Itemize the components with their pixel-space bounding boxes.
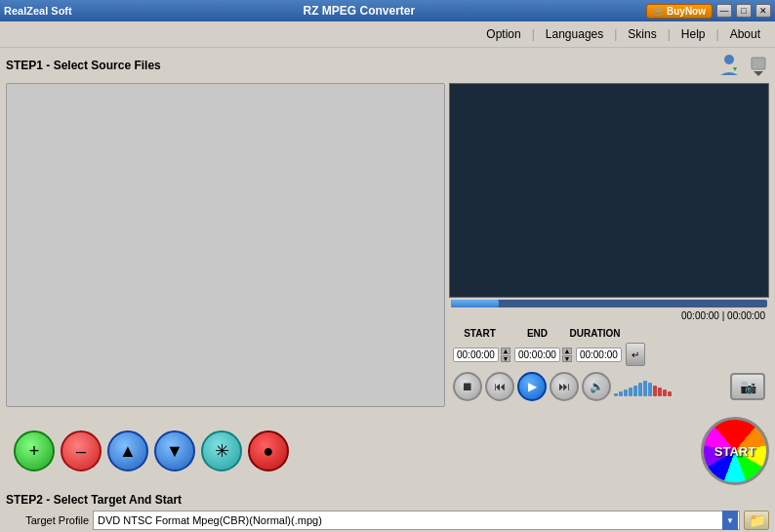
audio-button[interactable]: 🔊 [582,372,611,401]
move-up-button[interactable]: ▲ [107,430,148,471]
step2-area: STEP2 - Select Target And Start Target P… [0,489,775,532]
content-area: 00:00:00 | 00:00:00 START END DURATION 0… [0,83,775,413]
vol-bar-10 [663,389,667,396]
preview-progress-fill [451,300,499,307]
start-time-down[interactable]: ▼ [501,355,510,362]
dropdown-arrow-icon[interactable] [748,52,769,79]
end-time-input[interactable]: 00:00:00 [514,348,560,362]
start-label: START [453,328,507,339]
stop-button[interactable]: ⏹ [453,372,482,401]
title-bar: RealZeal Soft RZ MPEG Converter 🛒 BuyNow… [0,0,775,21]
time-inputs-row: 00:00:00 ▲ ▼ 00:00:00 ▲ ▼ [453,343,765,366]
end-time-down[interactable]: ▼ [562,355,572,362]
preview-progress-bar[interactable] [451,300,767,307]
start-time-arrows: ▲ ▼ [501,348,510,362]
time-row: START END DURATION [453,328,765,339]
company-name: RealZeal Soft [4,5,72,17]
menu-divider-1: | [530,27,537,41]
menu-divider-3: | [666,27,673,41]
start-button-container: START [701,417,769,485]
buy-now-button[interactable]: 🛒 BuyNow [646,4,713,19]
duration-value: 00:00:00 [580,349,618,360]
vol-bar-3 [629,388,632,396]
start-time-up[interactable]: ▲ [501,348,510,354]
vol-bar-7 [648,383,652,396]
add-file-button[interactable]: + [14,430,55,471]
vol-bar-2 [624,389,628,396]
right-panel: 00:00:00 | 00:00:00 START END DURATION 0… [449,83,769,407]
menu-bar: Option | Languages | Skins | Help | Abou… [0,21,775,48]
transport-buttons: ⏹ ⏮ ▶ ⏭ 🔊 [453,372,672,401]
add-source-icon[interactable] [714,52,745,79]
menu-about[interactable]: About [721,23,769,45]
target-profile-label: Target Profile [6,514,89,526]
end-time-arrows: ▲ ▼ [562,348,572,362]
preview-inner [450,84,768,297]
remove-file-button[interactable]: – [61,430,102,471]
end-time-value: 00:00:00 [518,349,556,360]
app-title: RZ MPEG Converter [72,4,646,18]
menu-languages[interactable]: Languages [537,23,612,45]
convert-button[interactable]: ● [248,430,289,471]
bottom-row: + – ▲ ▼ ✳ ● START [0,413,775,489]
start-time-value: 00:00:00 [457,349,495,360]
menu-skins[interactable]: Skins [619,23,665,45]
target-profile-select-wrapper: DVD NTSC Format Mpeg(CBR)(Normal)(.mpg) … [93,511,740,530]
vol-bar-8 [653,386,657,396]
set-duration-button[interactable]: ↵ [626,343,645,366]
main-window: Option | Languages | Skins | Help | Abou… [0,21,775,532]
vol-bar-11 [668,391,672,396]
close-button[interactable]: ✕ [755,4,771,18]
target-profile-row: Target Profile DVD NTSC Format Mpeg(CBR)… [6,511,769,530]
target-profile-select[interactable]: DVD NTSC Format Mpeg(CBR)(Normal)(.mpg) [93,511,740,530]
move-down-button[interactable]: ▼ [154,430,195,471]
vol-bar-0 [614,393,618,396]
clear-button[interactable]: ✳ [201,430,242,471]
step1-label: STEP1 - Select Source Files [6,59,161,72]
end-time-group: 00:00:00 ▲ ▼ [514,348,572,362]
start-time-input[interactable]: 00:00:00 [453,348,499,362]
end-time-up[interactable]: ▲ [562,348,572,354]
transport-area: START END DURATION 00:00:00 ▲ ▼ [449,324,769,407]
play-button[interactable]: ▶ [517,372,547,401]
menu-option[interactable]: Option [477,23,529,45]
vol-bar-6 [643,381,647,396]
profile-folder-button[interactable]: 📁 [744,511,769,530]
file-list[interactable] [6,83,445,407]
step2-label: STEP2 - Select Target And Start [6,493,769,507]
preview-container: 00:00:00 | 00:00:00 [449,83,769,322]
preview-area [449,83,769,298]
controls-row: ⏹ ⏮ ▶ ⏭ 🔊 📷 [453,370,765,403]
menu-divider-4: | [714,27,721,41]
minimize-button[interactable]: — [716,4,732,18]
vol-bar-9 [658,388,662,396]
svg-marker-3 [754,71,763,76]
duration-group: 00:00:00 [576,348,622,362]
vol-bar-5 [638,383,642,396]
menu-help[interactable]: Help [673,23,714,45]
vol-bar-4 [633,386,637,396]
duration-label: DURATION [568,328,622,339]
start-button[interactable]: START [701,417,769,485]
volume-bars[interactable] [614,377,672,396]
title-bar-controls: 🛒 BuyNow — □ ✕ [646,4,771,19]
step1-header: STEP1 - Select Source Files [0,48,775,83]
start-time-group: 00:00:00 ▲ ▼ [453,348,510,362]
vol-bar-1 [619,391,623,396]
fast-forward-button[interactable]: ⏭ [550,372,579,401]
end-label: END [510,328,564,339]
duration-input[interactable]: 00:00:00 [576,348,622,362]
preview-time-display: 00:00:00 | 00:00:00 [449,309,769,322]
rewind-button[interactable]: ⏮ [485,372,514,401]
screenshot-button[interactable]: 📷 [730,373,765,400]
maximize-button[interactable]: □ [736,4,752,18]
action-buttons: + – ▲ ▼ ✳ ● [6,425,297,477]
step1-icons [714,52,769,79]
svg-point-0 [724,55,734,64]
svg-rect-2 [752,58,765,69]
menu-divider-2: | [612,27,619,41]
svg-marker-1 [733,67,737,71]
start-label: START [714,444,755,459]
